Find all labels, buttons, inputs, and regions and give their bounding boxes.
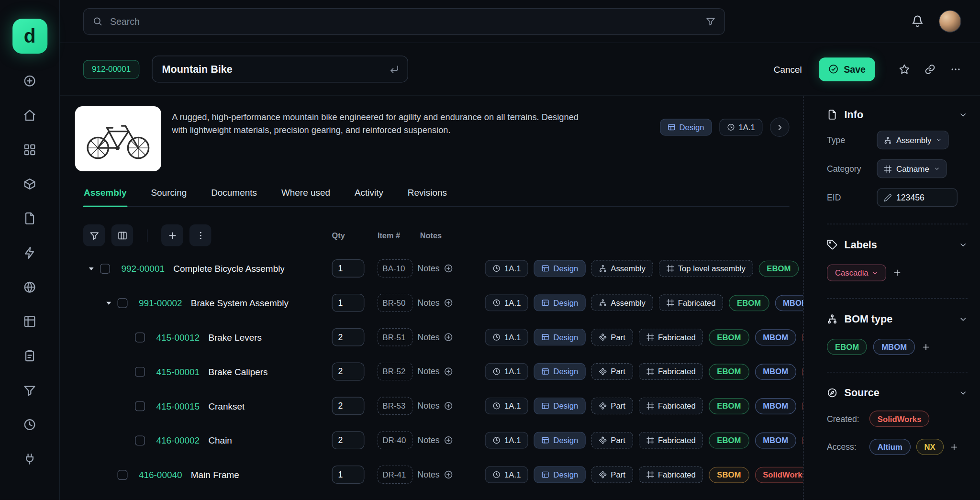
- bom-collapse-chevron-icon[interactable]: [959, 315, 968, 323]
- part-number-link[interactable]: 416-00002: [156, 435, 200, 445]
- badge-design[interactable]: Design: [660, 119, 712, 135]
- part-number-link[interactable]: 416-00040: [139, 470, 182, 480]
- part-number-link[interactable]: 415-00012: [156, 332, 200, 342]
- tab-where-used[interactable]: Where used: [281, 188, 331, 206]
- search-filter-icon[interactable]: [706, 16, 716, 26]
- columns-button[interactable]: [111, 224, 133, 246]
- badge-design[interactable]: Design: [534, 432, 586, 449]
- badge-fabricated[interactable]: Fabricated: [638, 432, 703, 449]
- badge-design[interactable]: Design: [534, 398, 586, 414]
- row-expand-caret-icon[interactable]: [87, 264, 96, 273]
- badge-design[interactable]: Design: [534, 294, 586, 311]
- badge-1a-1[interactable]: 1A.1: [485, 363, 529, 380]
- sidebar-apps-icon[interactable]: [23, 143, 36, 156]
- badge-design[interactable]: Design: [534, 260, 586, 277]
- sidebar-funnel-icon[interactable]: [23, 384, 36, 397]
- badge-1a-1[interactable]: 1A.1: [485, 432, 529, 449]
- filter-button[interactable]: [83, 224, 105, 246]
- cancel-button[interactable]: Cancel: [774, 64, 802, 74]
- more-options-icon[interactable]: [950, 64, 961, 75]
- expand-details-button[interactable]: [770, 118, 789, 137]
- pill-ebom[interactable]: EBOM: [827, 339, 867, 355]
- qty-input[interactable]: [332, 397, 365, 415]
- copy-link-icon[interactable]: [924, 64, 936, 75]
- add-notes-button[interactable]: Notes: [417, 333, 485, 342]
- item-number-field[interactable]: BR-53: [378, 397, 412, 415]
- add-notes-button[interactable]: Notes: [417, 264, 485, 273]
- sidebar-bolt-icon[interactable]: [23, 246, 36, 259]
- tab-revisions[interactable]: Revisions: [407, 188, 448, 206]
- sidebar-grid-icon[interactable]: [23, 315, 36, 328]
- badge-fabricated[interactable]: Fabricated: [658, 294, 723, 311]
- badge-fabricated[interactable]: Fabricated: [638, 466, 703, 483]
- row-checkbox[interactable]: [118, 298, 128, 308]
- item-number-field[interactable]: DR-41: [378, 466, 412, 484]
- item-number-field[interactable]: BA-10: [378, 259, 412, 278]
- pill-mbom[interactable]: MBOM: [873, 339, 915, 355]
- part-number-link[interactable]: 415-00015: [156, 401, 200, 411]
- sidebar-clipboard-icon[interactable]: [23, 349, 36, 362]
- item-number-field[interactable]: BR-50: [378, 294, 412, 312]
- badge-fabricated[interactable]: Fabricated: [638, 398, 703, 414]
- sidebar-history-icon[interactable]: [23, 418, 36, 431]
- add-accesschips-button[interactable]: [949, 442, 958, 452]
- sidebar-home-icon[interactable]: [23, 109, 36, 122]
- badge-design[interactable]: Design: [534, 329, 586, 345]
- sidebar-plug-icon[interactable]: [23, 453, 36, 466]
- category-dropdown[interactable]: Catname: [877, 159, 947, 178]
- eid-input[interactable]: 123456: [877, 188, 957, 207]
- badge-design[interactable]: Design: [534, 363, 586, 380]
- part-number-link[interactable]: 991-00002: [139, 298, 182, 308]
- badge-part[interactable]: Part: [591, 329, 633, 345]
- notifications-bell-icon[interactable]: [911, 15, 924, 27]
- tab-activity[interactable]: Activity: [354, 188, 384, 206]
- add-notes-button[interactable]: Notes: [417, 435, 485, 445]
- add-notes-button[interactable]: Notes: [417, 298, 485, 308]
- labels-collapse-chevron-icon[interactable]: [959, 240, 968, 249]
- add-notes-button[interactable]: Notes: [417, 401, 485, 411]
- sidebar-box-icon[interactable]: [23, 178, 36, 190]
- tab-documents[interactable]: Documents: [211, 188, 257, 206]
- tab-assembly[interactable]: Assembly: [83, 188, 127, 206]
- pill-cascadia[interactable]: Cascadia: [827, 264, 887, 281]
- badge-revision[interactable]: 1A.1: [719, 119, 763, 135]
- save-button[interactable]: Save: [819, 57, 875, 81]
- badge-1a-1[interactable]: 1A.1: [485, 329, 529, 345]
- type-dropdown[interactable]: Assembly: [877, 131, 949, 149]
- row-checkbox[interactable]: [135, 401, 145, 411]
- row-menu-button[interactable]: [189, 224, 212, 246]
- search-box[interactable]: [83, 8, 725, 34]
- badge-part[interactable]: Part: [591, 398, 633, 414]
- title-input-box[interactable]: [152, 56, 409, 82]
- part-number-link[interactable]: 415-00001: [156, 367, 200, 377]
- qty-input[interactable]: [332, 259, 365, 278]
- info-collapse-chevron-icon[interactable]: [959, 111, 968, 119]
- row-checkbox[interactable]: [135, 367, 145, 377]
- sidebar-globe-icon[interactable]: [23, 280, 36, 293]
- badge-fabricated[interactable]: Fabricated: [638, 329, 703, 345]
- row-checkbox[interactable]: [135, 332, 145, 342]
- pill-solidworks[interactable]: SolidWorks: [869, 411, 930, 427]
- qty-input[interactable]: [332, 363, 365, 381]
- qty-input[interactable]: [332, 294, 365, 312]
- part-number-link[interactable]: 992-00001: [121, 264, 165, 274]
- pill-altium[interactable]: Altium: [869, 439, 911, 455]
- badge-fabricated[interactable]: Fabricated: [638, 363, 703, 380]
- app-logo[interactable]: d: [12, 19, 47, 54]
- badge-top-level-assembly[interactable]: Top level assembly: [658, 260, 753, 277]
- add-bomchips-button[interactable]: [921, 342, 931, 352]
- item-number-field[interactable]: BR-51: [378, 328, 412, 346]
- tab-sourcing[interactable]: Sourcing: [150, 188, 187, 206]
- row-checkbox[interactable]: [100, 264, 110, 274]
- qty-input[interactable]: [332, 466, 365, 484]
- title-input[interactable]: [161, 63, 390, 76]
- badge-1a-1[interactable]: 1A.1: [485, 398, 529, 414]
- user-avatar[interactable]: [939, 10, 961, 33]
- badge-design[interactable]: Design: [534, 466, 586, 483]
- row-checkbox[interactable]: [118, 470, 128, 480]
- badge-part[interactable]: Part: [591, 432, 633, 449]
- badge-assembly[interactable]: Assembly: [591, 294, 653, 311]
- add-labelchips-button[interactable]: [893, 268, 902, 278]
- add-notes-button[interactable]: Notes: [417, 470, 485, 479]
- row-expand-caret-icon[interactable]: [104, 299, 113, 307]
